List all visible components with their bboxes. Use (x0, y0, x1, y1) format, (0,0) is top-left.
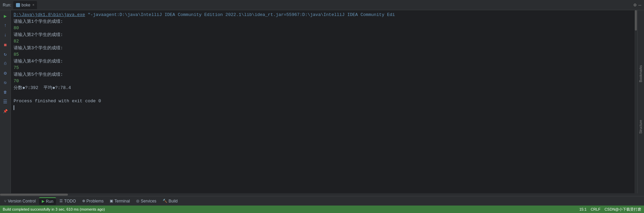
run-tab-item[interactable]: boke × (13, 1, 37, 9)
run-bar-actions: ⚙ — (633, 2, 641, 8)
version-control-icon: ⑂ (4, 199, 6, 203)
cursor-line[interactable] (14, 104, 632, 111)
status-message: Build completed successfully in 3 sec, 6… (3, 207, 105, 211)
build-icon: 🔨 (163, 199, 167, 203)
build-label: Build (169, 199, 178, 203)
scroll-up-button[interactable]: ↑ (1, 21, 10, 30)
scrollbar-thumb[interactable] (635, 10, 637, 31)
run-tab[interactable]: ▶ Run (39, 197, 56, 205)
summary-line: 分数◆?:392 平均◆?:78.4 (14, 85, 632, 91)
side-panel: Bookmarks Structure (637, 10, 644, 193)
text-cursor (14, 105, 14, 110)
terminal-tab[interactable]: ▣ Terminal (107, 197, 132, 205)
bookmarks-label[interactable]: Bookmarks (639, 65, 643, 82)
value-3: 85 (14, 51, 632, 58)
version-control-tab[interactable]: ⑂ Version Control (1, 197, 38, 205)
cmd-line: D:\Java\jdk1.8\bin\java.exe "-javaagent:… (14, 12, 632, 18)
run-icon: ▶ (42, 199, 44, 203)
close-tab-button[interactable]: × (32, 3, 34, 7)
delete-button[interactable]: 🗑 (1, 88, 10, 96)
settings-icon[interactable]: ⚙ (633, 2, 636, 8)
services-icon: ◎ (136, 199, 140, 203)
settings-button[interactable]: ⚙ (1, 69, 10, 77)
problems-tab[interactable]: ⊕ Problems (79, 197, 107, 205)
status-bar-right: 15:1 CRLF CSDN@小下载受打磨 (579, 207, 642, 212)
prompt-1: 请输入第1个学生的成绩: (14, 18, 632, 25)
terminal-label: Terminal (114, 199, 130, 203)
stop-button[interactable]: ◼ (1, 40, 10, 49)
logout-button[interactable]: ⎋ (1, 78, 10, 87)
charset-info[interactable]: CSDN@小下载受打磨 (605, 207, 641, 212)
status-bar: Build completed successfully in 3 sec, 6… (0, 206, 644, 213)
horizontal-scrollbar[interactable] (0, 193, 644, 196)
services-label: Services (141, 199, 157, 203)
prompt-4: 请输入第4个学生的成绩: (14, 58, 632, 65)
line-ending[interactable]: CRLF (591, 207, 601, 211)
structure-label[interactable]: Structure (639, 120, 643, 134)
run-tab-icon (16, 3, 20, 7)
main-area: ▶ ↑ ↓ ◼ ↻ ⎙ ⚙ ⎋ 🗑 ☰ 📌 D:\Java\jdk1.8\bin… (0, 10, 644, 193)
services-tab[interactable]: ◎ Services (133, 197, 159, 205)
play-button[interactable]: ▶ (1, 12, 10, 20)
problems-label: Problems (87, 199, 104, 203)
run-bar: Run: boke × ⚙ — (0, 0, 644, 10)
value-1: 80 (14, 25, 632, 32)
problems-icon: ⊕ (82, 199, 85, 203)
print-button[interactable]: ⎙ (1, 59, 10, 68)
console-output[interactable]: D:\Java\jdk1.8\bin\java.exe "-javaagent:… (11, 10, 634, 193)
pin-button[interactable]: 📌 (1, 107, 10, 116)
todo-label: TODO (64, 199, 76, 203)
value-4: 75 (14, 65, 632, 71)
value-2: 82 (14, 38, 632, 45)
vertical-scrollbar[interactable] (634, 10, 637, 193)
minimize-icon[interactable]: — (639, 2, 641, 8)
scroll-down-button[interactable]: ↓ (1, 31, 10, 39)
cmd-args: "-javaagent:D:\java\IntelliJ IDEA Commun… (85, 12, 395, 17)
bottom-tabs: ⑂ Version Control ▶ Run ☰ TODO ⊕ Problem… (0, 196, 644, 206)
todo-tab[interactable]: ☰ TODO (57, 197, 78, 205)
java-exe-link[interactable]: D:\Java\jdk1.8\bin\java.exe (14, 12, 85, 17)
run-label: Run: (3, 3, 11, 7)
todo-icon: ☰ (59, 199, 63, 203)
process-exit-line: Process finished with exit code 0 (14, 98, 632, 105)
value-5: 70 (14, 78, 632, 85)
terminal-icon: ▣ (110, 199, 113, 203)
cursor-position[interactable]: 15:1 (579, 207, 587, 211)
prompt-2: 请输入第2个学生的成绩: (14, 32, 632, 38)
run-label: Run (46, 199, 53, 204)
hscroll-thumb[interactable] (0, 194, 68, 196)
prompt-3: 请输入第3个学生的成绩: (14, 45, 632, 52)
run-tab-name: boke (21, 3, 30, 7)
rerun-button[interactable]: ↻ (1, 50, 10, 58)
list-button[interactable]: ☰ (1, 97, 10, 106)
left-toolbar: ▶ ↑ ↓ ◼ ↻ ⎙ ⚙ ⎋ 🗑 ☰ 📌 (0, 10, 11, 193)
prompt-5: 请输入第5个学生的成绩: (14, 71, 632, 78)
build-tab[interactable]: 🔨 Build (160, 197, 181, 205)
version-control-label: Version Control (8, 199, 36, 203)
blank-line (14, 91, 632, 98)
